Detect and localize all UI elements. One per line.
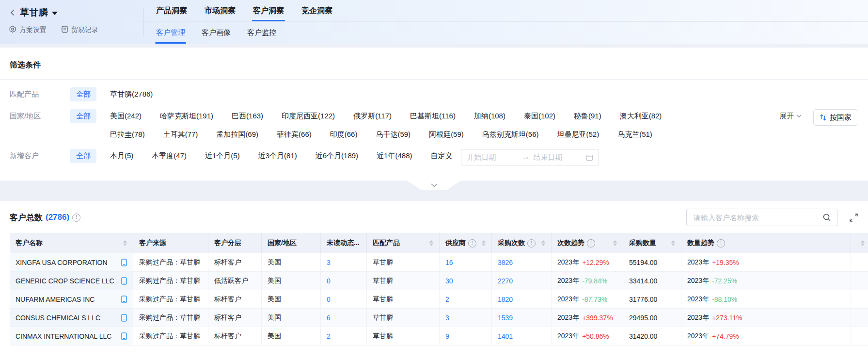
main-tab-2[interactable]: 市场洞察 bbox=[204, 0, 237, 21]
scheme-settings-button[interactable]: 方案设置 bbox=[9, 25, 47, 34]
period-option[interactable]: 近1年(488) bbox=[377, 151, 412, 161]
customer-name[interactable]: XINGFA USA CORPORATION bbox=[16, 259, 108, 266]
country-option[interactable]: 乌兹别克斯坦(56) bbox=[482, 130, 539, 139]
purchase-count-link[interactable]: 2270 bbox=[498, 277, 513, 285]
sort-icon[interactable] bbox=[613, 240, 617, 246]
customer-name[interactable]: CINMAX INTERNATIONAL LLC bbox=[16, 332, 111, 340]
period-option[interactable]: 近3个月(81) bbox=[258, 151, 297, 161]
unread-count-link[interactable]: 3 bbox=[327, 259, 331, 266]
supplier-count-link[interactable]: 3 bbox=[445, 314, 449, 322]
matched-product-cell: 草甘膦 bbox=[367, 253, 440, 271]
main-tab-3[interactable]: 客户洞察 bbox=[252, 0, 285, 21]
end-date-field[interactable]: 结束日期 bbox=[533, 153, 586, 162]
search-icon[interactable] bbox=[822, 213, 831, 222]
country-option[interactable]: 孟加拉国(69) bbox=[216, 130, 258, 139]
overflow-cut-cell bbox=[851, 327, 868, 345]
title-dropdown-icon[interactable] bbox=[52, 12, 58, 15]
back-icon[interactable] bbox=[9, 9, 16, 16]
unread-count-link[interactable]: 0 bbox=[327, 296, 331, 303]
sort-icon[interactable] bbox=[861, 240, 865, 246]
info-icon[interactable]: ! bbox=[527, 239, 536, 247]
expand-countries-link[interactable]: 展开 bbox=[779, 109, 802, 121]
customer-name[interactable]: CONSUS CHEMICALS LLC bbox=[16, 314, 100, 322]
period-option[interactable]: 本季度(47) bbox=[152, 151, 187, 161]
sort-icon[interactable] bbox=[541, 240, 545, 246]
country-option[interactable]: 哈萨克斯坦(191) bbox=[160, 112, 213, 121]
country-option[interactable]: 泰国(102) bbox=[524, 112, 555, 121]
main-tab-1[interactable]: 产品洞察 bbox=[155, 0, 188, 21]
sub-tab-1[interactable]: 客户管理 bbox=[155, 22, 186, 44]
country-option[interactable]: 巴拉圭(78) bbox=[110, 130, 145, 139]
country-option[interactable]: 巴西(163) bbox=[232, 112, 263, 121]
trade-records-button[interactable]: 贸易记录 bbox=[61, 25, 98, 34]
contact-phone-icon[interactable] bbox=[121, 314, 127, 322]
country-option[interactable]: 秘鲁(91) bbox=[574, 112, 601, 121]
collapse-filter-button[interactable] bbox=[407, 181, 461, 190]
country-option[interactable]: 印度(66) bbox=[330, 130, 358, 139]
supplier-count-link[interactable]: 16 bbox=[445, 259, 453, 266]
sub-tab-2[interactable]: 客户画像 bbox=[201, 22, 232, 44]
country-option[interactable]: 菲律宾(66) bbox=[277, 130, 312, 139]
purchase-count-link[interactable]: 1539 bbox=[498, 314, 513, 322]
quantity-cell: 31776.00 bbox=[623, 290, 681, 308]
country-option[interactable]: 巴基斯坦(116) bbox=[410, 112, 456, 121]
country-option[interactable]: 印度尼西亚(122) bbox=[282, 112, 335, 121]
customer-search-input[interactable] bbox=[693, 213, 822, 222]
sort-icon[interactable] bbox=[123, 240, 127, 246]
contact-phone-icon[interactable] bbox=[121, 296, 127, 303]
trend-cell: 2023年+74.79% bbox=[681, 327, 851, 345]
fullscreen-icon[interactable] bbox=[849, 213, 858, 222]
column-label: 未读动态... bbox=[327, 239, 360, 247]
info-icon[interactable]: ! bbox=[717, 239, 725, 247]
sort-icon[interactable] bbox=[429, 240, 433, 246]
info-icon[interactable]: ! bbox=[587, 239, 595, 247]
trend-cell: 2023年+273.11% bbox=[681, 309, 851, 327]
country-option[interactable]: 美国(242) bbox=[110, 112, 142, 121]
country-all-chip[interactable]: 全部 bbox=[70, 109, 96, 123]
customer-name[interactable]: NUFARM AMERICAS INC bbox=[16, 296, 95, 303]
unread-count-link[interactable]: 2 bbox=[327, 332, 331, 340]
by-country-toggle-button[interactable]: 按国家 bbox=[813, 109, 858, 126]
country-option[interactable]: 澳大利亚(82) bbox=[620, 112, 662, 121]
contact-phone-icon[interactable] bbox=[121, 277, 127, 285]
customers-total-info-icon[interactable]: ! bbox=[72, 214, 80, 222]
country-option[interactable]: 坦桑尼亚(52) bbox=[557, 130, 600, 139]
custom-period-option[interactable]: 自定义 bbox=[430, 149, 452, 161]
unread-count-link[interactable]: 6 bbox=[327, 314, 331, 322]
country-option[interactable]: 土耳其(77) bbox=[163, 130, 198, 139]
product-all-chip[interactable]: 全部 bbox=[70, 87, 96, 101]
date-range-input[interactable]: 开始日期 结束日期 bbox=[461, 149, 599, 165]
quantity-cell: 55194.00 bbox=[623, 253, 681, 271]
supplier-count-link[interactable]: 30 bbox=[445, 277, 453, 285]
purchase-count-link[interactable]: 3826 bbox=[498, 259, 513, 266]
sort-icon[interactable] bbox=[671, 240, 675, 246]
country-option[interactable]: 阿根廷(59) bbox=[429, 130, 464, 139]
sort-icon[interactable] bbox=[482, 240, 486, 246]
purchase-count-link[interactable]: 1401 bbox=[498, 332, 513, 340]
page-title[interactable]: 草甘膦 bbox=[20, 6, 48, 19]
contact-phone-icon[interactable] bbox=[121, 332, 127, 340]
new-customer-all-chip[interactable]: 全部 bbox=[70, 149, 96, 163]
suppliers-cell: 3 bbox=[440, 309, 492, 327]
period-option[interactable]: 近1个月(5) bbox=[205, 151, 240, 161]
unread-count-link[interactable]: 0 bbox=[327, 277, 331, 285]
contact-phone-icon[interactable] bbox=[121, 259, 127, 266]
overflow-cut-cell bbox=[851, 309, 868, 327]
supplier-count-link[interactable]: 9 bbox=[445, 332, 449, 340]
period-option[interactable]: 近6个月(189) bbox=[316, 151, 358, 161]
country-option[interactable]: 乌干达(59) bbox=[376, 130, 410, 139]
table-body: XINGFA USA CORPORATION采购过产品：草甘膦标杆客户美国3草甘… bbox=[10, 253, 868, 346]
supplier-count-link[interactable]: 2 bbox=[445, 296, 449, 303]
info-icon[interactable]: ! bbox=[468, 239, 476, 247]
purchase-count-link[interactable]: 1820 bbox=[498, 296, 513, 303]
period-option[interactable]: 本月(5) bbox=[110, 151, 133, 161]
sub-tab-3[interactable]: 客户监控 bbox=[246, 22, 277, 44]
country-option[interactable]: 乌克兰(51) bbox=[617, 130, 652, 139]
country-option[interactable]: 俄罗斯(117) bbox=[353, 112, 392, 121]
country-option[interactable]: 加纳(108) bbox=[474, 112, 505, 121]
product-option[interactable]: 草甘膦(2786) bbox=[110, 90, 153, 99]
customer-name[interactable]: GENERIC CROP SCIENCE LLC bbox=[16, 277, 114, 285]
start-date-field[interactable]: 开始日期 bbox=[467, 153, 520, 162]
main-tab-4[interactable]: 竞企洞察 bbox=[300, 0, 333, 21]
column-header-11: 数量趋势! bbox=[681, 233, 851, 253]
